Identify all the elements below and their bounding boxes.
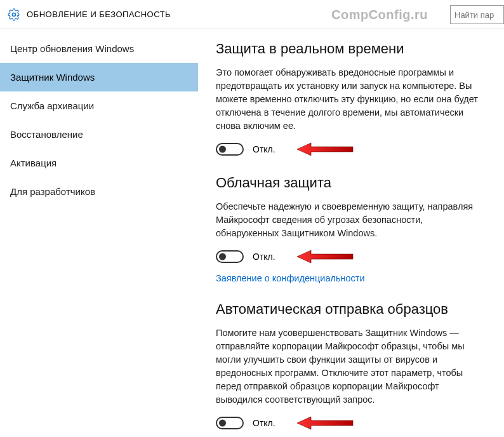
svg-marker-2 <box>297 250 353 263</box>
section-heading: Защита в реальном времени <box>216 41 486 57</box>
sidebar-item-update-center[interactable]: Центр обновления Windows <box>0 34 198 63</box>
arrow-icon <box>297 142 354 157</box>
sidebar-item-recovery[interactable]: Восстановление <box>0 120 198 149</box>
svg-marker-3 <box>297 417 353 429</box>
sidebar-item-backup[interactable]: Служба архивации <box>0 91 198 120</box>
section-body: Это помогает обнаруживать вредоносные пр… <box>216 66 482 133</box>
toggle-label: Откл. <box>253 252 275 262</box>
privacy-link[interactable]: Заявление о конфиденциальности <box>216 273 365 283</box>
toggle-label: Откл. <box>253 418 275 428</box>
body: Центр обновления Windows Защитник Window… <box>0 29 504 437</box>
header: ОБНОВЛЕНИЕ И БЕЗОПАСНОСТЬ CompConfig.ru <box>0 0 504 29</box>
sidebar-item-defender[interactable]: Защитник Windows <box>0 63 198 91</box>
sidebar: Центр обновления Windows Защитник Window… <box>0 29 198 437</box>
svg-marker-1 <box>297 143 353 156</box>
section-samples: Автоматическая отправка образцов Помогит… <box>216 301 486 431</box>
page-title: ОБНОВЛЕНИЕ И БЕЗОПАСНОСТЬ <box>27 10 171 19</box>
search-input[interactable] <box>450 5 504 24</box>
sidebar-item-developers[interactable]: Для разработчиков <box>0 177 198 206</box>
gear-icon <box>8 8 20 21</box>
section-heading: Автоматическая отправка образцов <box>216 301 486 318</box>
watermark: CompConfig.ru <box>331 8 428 22</box>
svg-point-0 <box>13 13 16 16</box>
samples-toggle[interactable] <box>216 417 244 429</box>
toggle-label: Откл. <box>253 144 275 154</box>
content: Защита в реальном времени Это помогает о… <box>198 29 504 437</box>
toggle-row: Откл. <box>216 142 486 157</box>
section-heading: Облачная защита <box>216 175 486 191</box>
section-body: Обеспечьте надежную и своевременную защи… <box>216 200 482 240</box>
arrow-icon <box>297 249 354 264</box>
section-realtime: Защита в реальном времени Это помогает о… <box>216 41 486 157</box>
toggle-row: Откл. <box>216 249 486 264</box>
toggle-row: Откл. <box>216 415 486 431</box>
section-cloud: Облачная защита Обеспечьте надежную и св… <box>216 175 486 283</box>
sidebar-item-activation[interactable]: Активация <box>0 149 198 177</box>
section-body: Помогите нам усовершенствовать Защитник … <box>216 326 482 407</box>
cloud-toggle[interactable] <box>216 250 244 263</box>
arrow-icon <box>297 415 354 431</box>
realtime-toggle[interactable] <box>216 143 244 156</box>
